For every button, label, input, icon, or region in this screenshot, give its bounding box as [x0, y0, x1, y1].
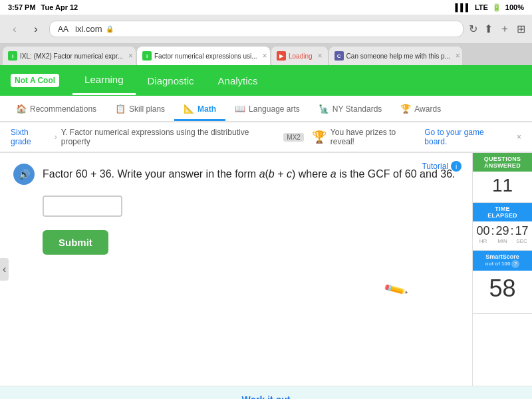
- tab-close-button[interactable]: ×: [456, 51, 460, 61]
- text-size-control[interactable]: AA: [58, 25, 68, 34]
- tab-ny-standards[interactable]: 🗽 NY Standards: [309, 98, 392, 121]
- tab-recommendations-label: Recommendations: [30, 104, 96, 114]
- tab-favicon: I: [142, 51, 152, 61]
- tab-skill-plans-label: Skill plans: [129, 104, 165, 114]
- main-content: ‹ Tutorial i 🔊 Factor 60 + 36. Write you…: [0, 153, 532, 386]
- help-title: Work it out: [13, 394, 519, 399]
- nav-item-learning[interactable]: Learning: [72, 66, 135, 95]
- breadcrumb: Sixth grade › Y. Factor numerical expres…: [0, 122, 532, 152]
- math-icon: 📐: [184, 104, 194, 114]
- time-display: 00 HR : 29 MIN : 17 SEC: [475, 224, 529, 245]
- breadcrumb-section: Y. Factor numerical expressions using th…: [61, 128, 277, 146]
- tab-language-arts[interactable]: 📖 Language arts: [225, 98, 309, 121]
- time-sec: 17: [515, 224, 529, 238]
- tab-label: Factor numerical expressions usi...: [154, 53, 257, 60]
- time-hr-label: HR: [476, 238, 489, 244]
- tab-language-arts-label: Language arts: [249, 104, 300, 114]
- forward-button[interactable]: ›: [28, 21, 44, 37]
- tab-close-button[interactable]: ×: [263, 51, 267, 61]
- prize-text: You have prizes to reveal!: [331, 128, 420, 146]
- nav-item-analytics[interactable]: Analytics: [206, 67, 270, 94]
- reload-button[interactable]: ↻: [469, 23, 477, 35]
- breadcrumb-badge: MX2: [283, 133, 304, 142]
- time-sec-label: SEC: [515, 238, 529, 244]
- tab-label: Can someone help me with this p...: [346, 53, 450, 60]
- status-time: 3:57 PM: [8, 3, 36, 11]
- tab-ny-standards-label: NY Standards: [332, 104, 382, 114]
- time-min: 29: [495, 224, 509, 238]
- pencil-icon: ✏️: [382, 277, 409, 303]
- tab-label: Loading: [289, 53, 313, 60]
- lock-icon: 🔒: [106, 25, 114, 33]
- back-button[interactable]: ‹: [7, 21, 23, 37]
- prize-close-button[interactable]: ×: [517, 132, 521, 142]
- tutorial-info-icon: i: [451, 161, 462, 172]
- smart-score-info-icon: ?: [511, 260, 519, 268]
- tab-chat[interactable]: C Can someone help me with this p... ×: [329, 47, 462, 65]
- browser-actions: ↻ ⬆ ＋ ⊞: [469, 22, 525, 36]
- smart-score-value: 58: [473, 272, 532, 308]
- audio-button[interactable]: 🔊: [13, 164, 35, 185]
- help-section: Work it out Not feeling ready yet? These…: [0, 386, 532, 399]
- tab-math[interactable]: 📐 Math: [174, 98, 225, 121]
- prize-link[interactable]: Go to your game board.: [424, 128, 507, 146]
- time-elapsed-box: Time elapsed 00 HR : 29 MIN : 17 SEC: [473, 203, 532, 251]
- questions-answered-value: 11: [475, 174, 529, 197]
- smart-score-label: SmartScore out of 100 ?: [473, 251, 532, 271]
- submit-button[interactable]: Submit: [43, 230, 108, 255]
- tutorial-link[interactable]: Tutorial i: [422, 161, 462, 172]
- tab-recommendations[interactable]: 🏠 Recommendations: [7, 98, 106, 121]
- tab-ixl-factor1[interactable]: I IXL: (MX2) Factor numerical expr... ×: [3, 47, 136, 65]
- battery-icon: 🔋: [492, 3, 501, 12]
- url-bar[interactable]: AA ixl.com 🔒: [49, 21, 464, 37]
- questions-answered-label: Questions answered: [473, 153, 532, 172]
- skill-plans-icon: 📋: [115, 104, 126, 114]
- smart-score-sublabel: out of 100 ?: [475, 260, 529, 271]
- add-tab-button[interactable]: ＋: [499, 22, 510, 36]
- tab-close-button[interactable]: ×: [128, 51, 133, 61]
- question-text: 🔊 Factor 60 + 36. Write your answer in t…: [13, 164, 459, 185]
- battery-level: 100%: [505, 3, 524, 11]
- tab-label: IXL: (MX2) Factor numerical expr...: [20, 53, 123, 60]
- tab-favicon: I: [8, 51, 17, 61]
- question-main: Factor 60 + 36. Write your answer in the…: [43, 166, 455, 182]
- breadcrumb-grade[interactable]: Sixth grade: [11, 128, 51, 146]
- signal-icon: ▌▌▌: [456, 3, 471, 11]
- breadcrumb-separator: ›: [55, 132, 57, 142]
- url-text: ixl.com: [75, 24, 102, 34]
- tab-loading[interactable]: ▶ Loading ×: [271, 47, 328, 65]
- time-min-label: MIN: [495, 238, 509, 244]
- app-logo: Not A Cool: [11, 74, 59, 87]
- status-date: Tue Apr 12: [41, 3, 78, 11]
- nav-item-diagnostic[interactable]: Diagnostic: [136, 67, 206, 94]
- tab-ixl-factor2[interactable]: I Factor numerical expressions usi... ×: [137, 47, 270, 65]
- awards-icon: 🏆: [400, 104, 411, 114]
- answer-input[interactable]: [43, 196, 122, 217]
- language-arts-icon: 📖: [235, 104, 245, 114]
- browser-chrome: ‹ › AA ixl.com 🔒 ↻ ⬆ ＋ ⊞: [0, 15, 532, 44]
- tab-favicon: ▶: [277, 51, 286, 61]
- browser-tabs: I IXL: (MX2) Factor numerical expr... × …: [0, 44, 532, 65]
- smart-score-box: SmartScore out of 100 ? 58: [473, 251, 532, 314]
- time-hr: 00: [476, 224, 489, 238]
- stats-sidebar: Questions answered 11 Time elapsed 00 HR…: [472, 153, 532, 386]
- tab-awards[interactable]: 🏆 Awards: [391, 98, 450, 121]
- subject-tabs: 🏠 Recommendations 📋 Skill plans 📐 Math 📖…: [0, 96, 532, 122]
- question-area: Tutorial i 🔊 Factor 60 + 36. Write your …: [0, 153, 472, 386]
- status-bar: 3:57 PM Tue Apr 12 ▌▌▌ LTE 🔋 100%: [0, 0, 532, 15]
- recommendations-icon: 🏠: [16, 104, 27, 114]
- ny-standards-icon: 🗽: [319, 104, 329, 114]
- tab-math-label: Math: [198, 104, 216, 114]
- tab-close-button[interactable]: ×: [318, 51, 323, 61]
- share-button[interactable]: ⬆: [484, 23, 493, 35]
- time-elapsed-label: Time elapsed: [473, 203, 532, 221]
- tab-skill-plans[interactable]: 📋 Skill plans: [106, 98, 174, 121]
- questions-answered-box: Questions answered 11: [473, 153, 532, 203]
- tab-awards-label: Awards: [414, 104, 441, 114]
- network-type: LTE: [475, 3, 488, 11]
- prize-trophy-icon: 🏆: [312, 130, 327, 144]
- app-nav-bar: Not A Cool Learning Diagnostic Analytics: [0, 65, 532, 96]
- tutorial-label: Tutorial: [422, 162, 448, 171]
- tab-favicon: C: [334, 51, 344, 61]
- tabs-grid-button[interactable]: ⊞: [517, 23, 525, 35]
